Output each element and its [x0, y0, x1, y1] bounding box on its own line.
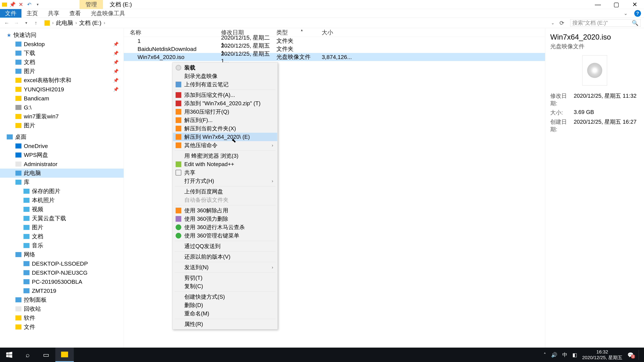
tree-win7-reinstall[interactable]: win7重装win7: [0, 112, 124, 121]
ctx-extract-here[interactable]: 解压到当前文件夹(X): [173, 124, 277, 133]
ribbon-tab-home[interactable]: 主页: [22, 9, 43, 17]
ctx-open-with[interactable]: 打开方式(H)›: [173, 177, 277, 185]
qat-pin-icon[interactable]: 📌: [10, 1, 16, 7]
ctx-360-trojan-scan[interactable]: 使用 360进行木马云查杀: [173, 223, 277, 231]
tree-software[interactable]: 软件: [0, 313, 124, 323]
nav-back-button[interactable]: ←: [3, 19, 10, 26]
taskbar-explorer[interactable]: [55, 348, 74, 362]
breadcrumb[interactable]: › 此电脑 › 文档 (E:) ›: [42, 18, 548, 28]
nav-forward-button[interactable]: →: [13, 19, 20, 26]
tree-files[interactable]: 文件: [0, 323, 124, 332]
ctx-share[interactable]: 共享: [173, 168, 277, 177]
tree-network[interactable]: 网络: [0, 250, 124, 259]
ctx-mount[interactable]: 装载: [173, 63, 277, 72]
ctx-copy[interactable]: 复制(C): [173, 282, 277, 291]
help-icon[interactable]: ?: [634, 10, 641, 17]
tree-thispc[interactable]: 此电脑: [0, 169, 124, 178]
tree-net-pc3[interactable]: PC-20190530OBLA: [0, 277, 124, 286]
tree-videos[interactable]: 视频: [0, 205, 124, 214]
file-row-selected[interactable]: Win7x64_2020.iso 2020/12/25, 星期五 1... 光盘…: [124, 53, 545, 61]
taskbar-task-view[interactable]: ▭: [37, 348, 55, 362]
nav-up-button[interactable]: ↑: [32, 19, 39, 26]
tree-wps[interactable]: WPS网盘: [0, 150, 124, 160]
tree-recycle-bin[interactable]: 回收站: [0, 304, 124, 313]
qat-dropdown-icon[interactable]: ▾: [34, 1, 40, 7]
ctx-notepadpp[interactable]: Edit with Notepad++: [173, 160, 277, 168]
tree-camera-roll[interactable]: 本机照片: [0, 196, 124, 205]
chevron-right-icon[interactable]: ›: [104, 20, 105, 25]
ctx-restore-versions[interactable]: 还原以前的版本(V): [173, 253, 277, 261]
action-center-icon[interactable]: 💬: [628, 352, 634, 358]
chevron-right-icon[interactable]: ›: [76, 20, 77, 25]
ctx-add-archive[interactable]: 添加到压缩文件(A)...: [173, 91, 277, 99]
tree-libraries[interactable]: 库: [0, 178, 124, 187]
chevron-right-icon[interactable]: ›: [52, 20, 54, 25]
col-header-size[interactable]: 大小: [322, 29, 355, 36]
tree-lib-documents[interactable]: 文档: [0, 232, 124, 241]
ctx-properties[interactable]: 属性(R): [173, 320, 277, 328]
navigation-pane[interactable]: ★快速访问 Desktop📌 下载📌 文档📌 图片📌 excel表格制作求和📌 …: [0, 28, 124, 348]
tree-saved-pictures[interactable]: 保存的图片: [0, 187, 124, 196]
search-input[interactable]: 搜索"文档 (E:)" 🔍: [570, 19, 641, 27]
tree-drive-g[interactable]: G:\: [0, 103, 124, 112]
ribbon-tab-share[interactable]: 共享: [43, 9, 64, 17]
tree-desktop[interactable]: Desktop📌: [0, 39, 124, 49]
tree-documents[interactable]: 文档📌: [0, 58, 124, 67]
minimize-button[interactable]: —: [589, 0, 607, 9]
ctx-cut[interactable]: 剪切(T): [173, 274, 277, 282]
file-row[interactable]: 1 2020/12/15, 星期二 1... 文件夹: [124, 37, 545, 45]
tray-ime-indicator-icon[interactable]: ◧: [572, 352, 577, 358]
col-header-type[interactable]: 类型: [276, 29, 322, 36]
qat-undo-icon[interactable]: ↶: [26, 1, 32, 7]
taskbar-clock[interactable]: 16:32 2020/12/25, 星期五: [582, 349, 622, 360]
ctx-extract-named[interactable]: 解压到 Win7x64_2020\ (E): [173, 133, 277, 141]
col-header-name[interactable]: 名称: [124, 29, 221, 36]
address-history-dropdown[interactable]: ⌄: [551, 21, 554, 25]
ctx-send-to[interactable]: 发送到(N)›: [173, 263, 277, 272]
ctx-youdao[interactable]: 上传到有道云笔记: [173, 80, 277, 89]
tree-net-pc1[interactable]: DESKTOP-LSSOEDP: [0, 259, 124, 268]
nav-recent-dropdown[interactable]: ▾: [23, 19, 30, 26]
tree-tianyi[interactable]: 天翼云盘下载: [0, 214, 124, 223]
ribbon-expand-icon[interactable]: ⌄: [624, 10, 628, 16]
tray-overflow-icon[interactable]: ˄: [544, 352, 546, 358]
ctx-honey-browser[interactable]: 用 蜂蜜浏览器 浏览(3): [173, 152, 277, 160]
tree-desktop-root[interactable]: 桌面: [0, 132, 124, 141]
tree-yunqishi[interactable]: YUNQISHI2019📌: [0, 85, 124, 94]
ctx-other-compress[interactable]: 其他压缩命令›: [173, 141, 277, 149]
ctx-open-360zip[interactable]: 用360压缩打开(Q): [173, 108, 277, 116]
ribbon-tab-file[interactable]: 文件: [0, 9, 22, 17]
ribbon-tab-view[interactable]: 查看: [64, 9, 86, 17]
ctx-360-unlock[interactable]: 使用 360解除占用: [173, 206, 277, 215]
maximize-button[interactable]: ▢: [607, 0, 626, 9]
close-button[interactable]: ✕: [626, 0, 644, 9]
tree-net-pc4[interactable]: ZMT2019: [0, 286, 124, 295]
tree-lib-music[interactable]: 音乐: [0, 241, 124, 250]
ribbon-tab-disc-tools[interactable]: 光盘映像工具: [86, 9, 130, 17]
show-desktop-button[interactable]: [639, 350, 641, 360]
tree-bandicam[interactable]: Bandicam: [0, 94, 124, 103]
tree-control-panel[interactable]: 控制面板: [0, 295, 124, 304]
refresh-button[interactable]: ⟳: [558, 19, 565, 26]
ctx-create-shortcut[interactable]: 创建快捷方式(S): [173, 293, 277, 301]
tree-pictures2[interactable]: 图片: [0, 121, 124, 130]
ctx-burn[interactable]: 刻录光盘映像: [173, 72, 277, 80]
tree-onedrive[interactable]: OneDrive: [0, 141, 124, 150]
tree-lib-pictures[interactable]: 图片: [0, 223, 124, 232]
qat-delete-icon[interactable]: ✕: [18, 1, 24, 7]
ctx-rename[interactable]: 重命名(M): [173, 309, 277, 318]
ctx-360-manage-menu[interactable]: 使用 360管理右键菜单: [173, 231, 277, 240]
tree-quick-access[interactable]: ★快速访问: [0, 30, 124, 39]
tree-net-pc2[interactable]: DESKTOP-NJEU3CG: [0, 268, 124, 277]
start-button[interactable]: [0, 348, 18, 362]
ctx-qq-send[interactable]: 通过QQ发送到: [173, 242, 277, 250]
tree-excel-folder[interactable]: excel表格制作求和📌: [0, 76, 124, 85]
tree-pictures[interactable]: 图片📌: [0, 67, 124, 76]
context-tab-manage[interactable]: 管理: [80, 0, 103, 9]
ctx-baidu-upload[interactable]: 上传到百度网盘: [173, 187, 277, 196]
ctx-delete[interactable]: 删除(D): [173, 301, 277, 309]
ctx-360-force-delete[interactable]: 使用 360强力删除: [173, 215, 277, 223]
ctx-add-zip[interactable]: 添加到 "Win7x64_2020.zip" (T): [173, 99, 277, 108]
tree-administrator[interactable]: Administrator: [0, 160, 124, 169]
file-row[interactable]: BaiduNetdiskDownload 2020/12/25, 星期五 1..…: [124, 45, 545, 53]
